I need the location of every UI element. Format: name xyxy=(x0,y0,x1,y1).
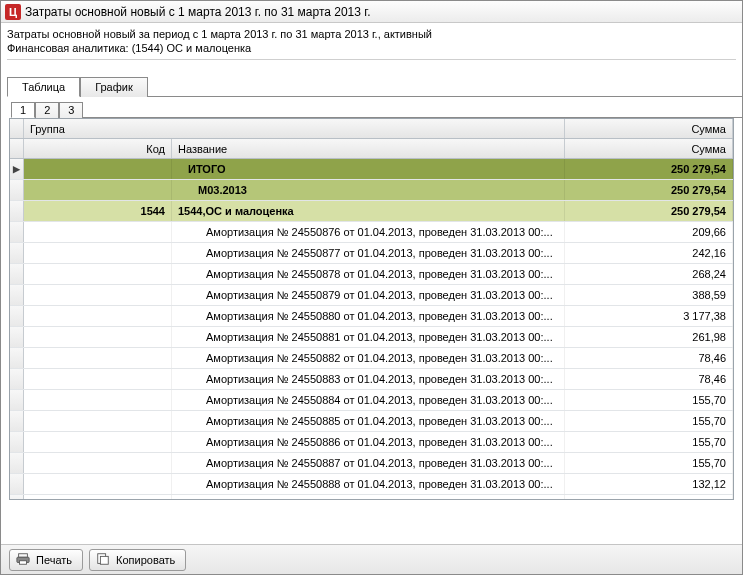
cell-code xyxy=(24,369,172,389)
table-row[interactable]: Амортизация № 24550883 от 01.04.2013, пр… xyxy=(10,369,733,390)
cell-code xyxy=(24,411,172,431)
cell-sum: 155,70 xyxy=(565,390,733,410)
print-button[interactable]: Печать xyxy=(9,549,83,571)
row-selector[interactable] xyxy=(10,348,24,368)
table-row[interactable]: Амортизация № 24550877 от 01.04.2013, пр… xyxy=(10,243,733,264)
copy-label: Копировать xyxy=(116,554,175,566)
cell-name: Амортизация № 24550881 от 01.04.2013, пр… xyxy=(172,327,565,347)
tab-таблица[interactable]: Таблица xyxy=(7,77,80,97)
cell-name: М03.2013 xyxy=(172,180,565,200)
cell-code xyxy=(24,327,172,347)
printer-icon xyxy=(16,552,30,568)
cell-sum: 155,70 xyxy=(565,453,733,473)
cell-sum: 78,46 xyxy=(565,348,733,368)
subtab-1[interactable]: 1 xyxy=(11,102,35,118)
grid-body[interactable]: ▶ИТОГО250 279,54М03.2013250 279,54154415… xyxy=(10,159,733,499)
summary-row[interactable]: 15441544,ОС и малоценка250 279,54 xyxy=(10,201,733,222)
subtab-2[interactable]: 2 xyxy=(35,102,59,118)
cell-name: Амортизация № 24550876 от 01.04.2013, пр… xyxy=(172,222,565,242)
row-selector[interactable] xyxy=(10,411,24,431)
row-selector[interactable] xyxy=(10,327,24,347)
main-tabs: ТаблицаГрафик xyxy=(7,76,742,97)
print-label: Печать xyxy=(36,554,72,566)
cell-sum: 268,24 xyxy=(565,264,733,284)
row-selector[interactable] xyxy=(10,495,24,499)
app-icon: Ц xyxy=(5,4,21,20)
row-selector-header xyxy=(10,119,24,138)
table-row[interactable]: Амортизация № 24550882 от 01.04.2013, пр… xyxy=(10,348,733,369)
row-selector-header xyxy=(10,139,24,158)
cell-name: Амортизация № 24550888 от 01.04.2013, пр… xyxy=(172,474,565,494)
table-row[interactable]: Амортизация № 24550887 от 01.04.2013, пр… xyxy=(10,453,733,474)
cell-sum: 132,12 xyxy=(565,495,733,499)
col-header-group[interactable]: Группа xyxy=(24,119,565,138)
row-selector[interactable] xyxy=(10,222,24,242)
cell-code xyxy=(24,180,172,200)
cell-sum: 155,70 xyxy=(565,411,733,431)
tab-график[interactable]: График xyxy=(80,77,148,97)
table-row[interactable]: Амортизация № 24550888 от 01.04.2013, пр… xyxy=(10,474,733,495)
cell-name: Амортизация № 24550880 от 01.04.2013, пр… xyxy=(172,306,565,326)
cell-sum: 250 279,54 xyxy=(565,180,733,200)
row-selector[interactable] xyxy=(10,390,24,410)
table-row[interactable]: Амортизация № 24550889 от 01.04.2013, пр… xyxy=(10,495,733,499)
cell-code xyxy=(24,495,172,499)
cell-name: Амортизация № 24550883 от 01.04.2013, пр… xyxy=(172,369,565,389)
row-selector[interactable] xyxy=(10,201,24,221)
row-selector[interactable] xyxy=(10,264,24,284)
cell-code xyxy=(24,390,172,410)
svg-rect-4 xyxy=(100,556,108,564)
cell-sum: 388,59 xyxy=(565,285,733,305)
col-header-name[interactable]: Название xyxy=(172,139,565,158)
col-header-sum[interactable]: Сумма xyxy=(565,139,733,158)
grid-header-top: Группа Сумма xyxy=(10,119,733,139)
info-panel: Затраты основной новый за период с 1 мар… xyxy=(1,23,742,62)
svg-rect-0 xyxy=(19,553,28,557)
table-row[interactable]: Амортизация № 24550884 от 01.04.2013, пр… xyxy=(10,390,733,411)
info-line-2: Финансовая аналитика: (1544) ОС и малоце… xyxy=(7,41,736,55)
table-row[interactable]: Амортизация № 24550880 от 01.04.2013, пр… xyxy=(10,306,733,327)
cell-sum: 209,66 xyxy=(565,222,733,242)
svg-rect-2 xyxy=(20,560,27,564)
divider xyxy=(7,59,736,60)
cell-name: Амортизация № 24550886 от 01.04.2013, пр… xyxy=(172,432,565,452)
copy-button[interactable]: Копировать xyxy=(89,549,186,571)
cell-name: Амортизация № 24550877 от 01.04.2013, пр… xyxy=(172,243,565,263)
summary-row[interactable]: ▶ИТОГО250 279,54 xyxy=(10,159,733,180)
col-header-sum-top[interactable]: Сумма xyxy=(565,119,733,138)
table-row[interactable]: Амортизация № 24550881 от 01.04.2013, пр… xyxy=(10,327,733,348)
row-selector[interactable] xyxy=(10,285,24,305)
row-selector[interactable] xyxy=(10,453,24,473)
table-row[interactable]: Амортизация № 24550876 от 01.04.2013, пр… xyxy=(10,222,733,243)
cell-code xyxy=(24,159,172,179)
table-row[interactable]: Амортизация № 24550879 от 01.04.2013, пр… xyxy=(10,285,733,306)
info-line-1: Затраты основной новый за период с 1 мар… xyxy=(7,27,736,41)
data-grid: Группа Сумма Код Название Сумма ▶ИТОГО25… xyxy=(9,118,734,500)
row-selector[interactable]: ▶ xyxy=(10,159,24,179)
row-selector[interactable] xyxy=(10,306,24,326)
cell-code xyxy=(24,222,172,242)
table-row[interactable]: Амортизация № 24550885 от 01.04.2013, пр… xyxy=(10,411,733,432)
row-selector[interactable] xyxy=(10,474,24,494)
cell-name: Амортизация № 24550882 от 01.04.2013, пр… xyxy=(172,348,565,368)
cell-sum: 250 279,54 xyxy=(565,201,733,221)
subtab-3[interactable]: 3 xyxy=(59,102,83,118)
summary-row[interactable]: М03.2013250 279,54 xyxy=(10,180,733,201)
cell-code xyxy=(24,285,172,305)
cell-code xyxy=(24,243,172,263)
col-header-code[interactable]: Код xyxy=(24,139,172,158)
row-selector[interactable] xyxy=(10,369,24,389)
cell-sum: 3 177,38 xyxy=(565,306,733,326)
cell-name: Амортизация № 24550889 от 01.04.2013, пр… xyxy=(172,495,565,499)
row-selector[interactable] xyxy=(10,180,24,200)
cell-sum: 250 279,54 xyxy=(565,159,733,179)
cell-name: Амортизация № 24550884 от 01.04.2013, пр… xyxy=(172,390,565,410)
row-selector[interactable] xyxy=(10,243,24,263)
table-row[interactable]: Амортизация № 24550886 от 01.04.2013, пр… xyxy=(10,432,733,453)
row-selector[interactable] xyxy=(10,432,24,452)
table-row[interactable]: Амортизация № 24550878 от 01.04.2013, пр… xyxy=(10,264,733,285)
cell-name: Амортизация № 24550887 от 01.04.2013, пр… xyxy=(172,453,565,473)
footer-toolbar: Печать Копировать xyxy=(1,544,742,574)
cell-code xyxy=(24,453,172,473)
cell-code xyxy=(24,264,172,284)
